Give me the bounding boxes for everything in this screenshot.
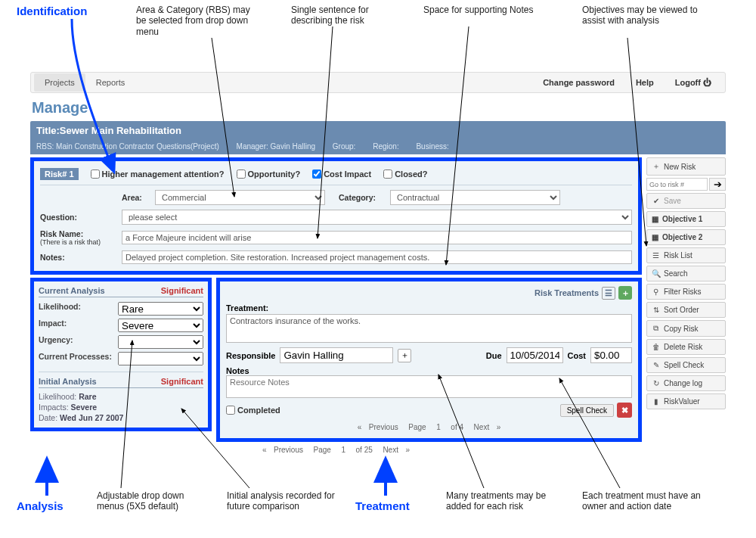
question-select[interactable]: please select [122,210,632,225]
spell-check-side-button[interactable]: ✎Spell Check [646,357,726,373]
initial-analysis-title: Initial Analysis [39,377,97,386]
new-risk-button[interactable]: ＋New Risk [646,157,726,176]
link-change-password[interactable]: Change password [532,78,625,87]
current-analysis-title: Current Analysis [39,286,105,295]
tab-projects[interactable]: Projects [34,73,85,92]
label-identification: Identification [17,5,87,18]
label-space-notes: Space for supporting Notes [423,5,533,15]
search-button[interactable]: 🔍Search [646,266,726,281]
spell-check-button[interactable]: Spell Check [560,404,614,417]
treatment-pager[interactable]: « Previous Page 1 of 4 Next » [226,421,632,434]
project-meta-bar: RBS: Main Construction Contractor Questi… [30,140,726,154]
initial-likelihood: Likelihood: Rare [39,391,203,402]
risk-list-button[interactable]: ☰Risk List [646,247,726,263]
current-rating: Significant [161,286,203,295]
refresh-icon: ↻ [652,379,660,387]
label-analysis: Analysis [17,499,64,513]
copy-icon: ⧉ [652,324,660,333]
treatment-notes-input[interactable] [226,375,632,398]
file-icon: ▮ [652,397,660,406]
responsible-input[interactable] [280,347,393,363]
sort-button[interactable]: ⇅Sort Order [646,302,726,318]
sort-icon: ⇅ [652,306,660,314]
label-treat-owner: Each treatment must have an owner and ac… [582,490,703,512]
processes-select[interactable] [118,352,203,365]
treatment-notes-label: Notes [226,366,632,375]
cb-closed[interactable]: Closed? [383,169,427,179]
likelihood-label: Likelihood: [39,302,118,316]
cost-input[interactable] [590,347,632,363]
filter-icon: ⚲ [652,288,660,296]
navbar: Projects Reports Change password Help Lo… [30,72,726,93]
cb-opportunity[interactable]: Opportunity? [237,169,301,179]
treatment-panel: Risk Treatments ☰ ＋ Treatment: Contracto… [216,278,642,442]
risk-name-input[interactable] [122,231,632,244]
label-dropdown55: Adjustable drop down menus (5X5 default) [97,490,210,512]
area-label: Area: [122,193,149,202]
risk-treatments-title: Risk Treatments [534,288,599,297]
page-title: Manage [32,99,726,117]
category-label: Category: [339,193,384,202]
link-logoff[interactable]: Logoff ⏻ [665,78,722,87]
impact-label: Impact: [39,319,118,332]
risk-id-badge: Risk# 1 [40,168,79,180]
search-icon: 🔍 [652,269,660,278]
treatment-label: Treatment: [226,302,632,314]
initial-rating: Significant [161,377,203,386]
label-objectives: Objectives may be viewed to assist with … [582,5,703,26]
delete-risk-button[interactable]: 🗑Delete Risk [646,339,726,355]
link-help[interactable]: Help [625,78,665,87]
objective-2[interactable]: ▦Objective 2 [646,229,726,245]
sidebar: ＋New Risk ➔ ✔Save ▦Objective 1 ▦Objectiv… [646,157,726,456]
area-select[interactable]: Commercial [155,190,325,205]
risk-name-label: Risk Name:(There is a risk that) [40,229,116,246]
urgency-label: Urgency: [39,335,118,349]
notes-input[interactable] [122,250,632,264]
add-responsible-button[interactable]: ＋ [398,349,411,362]
objective-1[interactable]: ▦Objective 1 [646,211,726,227]
responsible-label: Responsible [226,351,275,360]
label-treatment: Treatment [355,499,410,513]
likelihood-select[interactable]: Rare [118,302,203,316]
filter-button[interactable]: ⚲Filter Risks [646,284,726,300]
delete-treatment-button[interactable]: ✖ [617,403,632,418]
risk-pager[interactable]: « Previous Page 1 of 25 Next » [30,443,642,456]
add-treatment-button[interactable]: ＋ [618,286,632,300]
cb-completed[interactable]: Completed [226,406,280,415]
spell-icon: ✎ [652,361,660,369]
label-many-treat: Many treatments may be added for each ri… [446,490,559,512]
notes-label: Notes: [40,253,116,262]
riskvaluer-button[interactable]: ▮RiskValuer [646,393,726,409]
analysis-panel: Current AnalysisSignificant Likelihood:R… [30,278,212,431]
category-select[interactable]: Contractual [390,190,560,205]
initial-date: Date: Wed Jun 27 2007 [39,412,203,423]
due-label: Due [486,351,502,360]
urgency-select[interactable] [118,335,203,349]
goto-arrow-button[interactable]: ➔ [709,178,726,191]
identification-panel: Risk# 1 Higher management attention? Opp… [30,157,642,275]
goto-risk[interactable]: ➔ [646,178,726,191]
cb-cost-impact[interactable]: Cost Impact [312,169,371,179]
list-icon[interactable]: ☰ [602,287,615,300]
label-area-cat: Area & Category (RBS) may be selected fr… [136,5,257,37]
cb-higher-mgmt[interactable]: Higher management attention? [91,169,225,179]
question-label: Question: [40,213,116,222]
initial-impacts: Impacts: Severe [39,402,203,412]
label-single-sentence: Single sentence for describing the risk [291,5,412,26]
copy-risk-button[interactable]: ⧉Copy Risk [646,320,726,337]
due-input[interactable] [507,347,563,363]
label-initial-rec: Initial analysis recorded for future com… [227,490,340,512]
processes-label: Current Processes: [39,352,118,365]
impact-select[interactable]: Severe [118,319,203,332]
cost-label: Cost [568,351,586,360]
changelog-button[interactable]: ↻Change log [646,375,726,391]
treatment-text[interactable]: Contractors insurance of the works. [226,314,632,343]
trash-icon: 🗑 [652,343,660,351]
save-button[interactable]: ✔Save [646,193,726,209]
project-title-bar: Title:Sewer Main Rehabilitation [30,121,726,140]
tab-reports[interactable]: Reports [85,73,136,92]
